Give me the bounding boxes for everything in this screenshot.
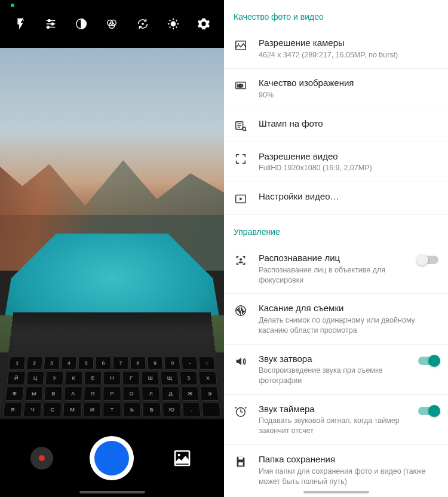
setting-title: Распознавание лиц [259,252,407,264]
setting-subtitle: 90% [259,90,438,100]
face-icon [234,253,248,268]
keyboard-key: Б [142,403,161,418]
keyboard-key: П [84,386,102,401]
setting-title: Звук затвора [259,353,407,365]
keyboard-key: О [122,386,140,401]
keyboard-key: Ш [142,372,159,385]
setting-touch-capture[interactable]: Касание для съемки Делать снимок по один… [224,294,448,344]
keyboard-key: 3 [43,357,60,370]
keyboard-key: 2 [26,357,42,370]
save-icon [234,455,248,469]
setting-video-resolution[interactable]: Разрешение видео FullHD 1920x1080 (16:9,… [224,142,448,182]
keyboard-key: Т [103,403,121,418]
keyboard-key: К [65,372,82,385]
gallery-button[interactable] [170,446,194,470]
settings-scroll[interactable]: Качество фото и видео Разрешение камеры … [224,0,448,497]
keyboard-key: 6 [96,357,111,370]
keyboard-key: В [44,386,63,401]
setting-subtitle: Подавать звуковой сигнал, когда таймер з… [259,416,407,436]
toggle-shutter-sound[interactable] [418,357,438,365]
keyboard-key: 1 [8,357,26,370]
viewfinder-scene-keyboard: 1234567890-=ЙЦУКЕНГШЩЗХФЫВАПРОЛДЖЭЯЧСМИТ… [0,312,224,419]
svg-text:A: A [21,17,24,22]
sound-icon [234,354,248,369]
keyboard-key: Х [198,372,217,385]
keyboard-key: Я [2,403,22,418]
setting-shutter-sound[interactable]: Звук затвора Воспроизведение звука при с… [224,345,448,395]
keyboard-key: Л [142,386,161,401]
play-icon [234,192,248,206]
shutter-button[interactable] [90,436,134,480]
filter-circles-icon[interactable] [101,13,122,35]
record-button[interactable] [30,447,53,470]
keyboard-key: 7 [113,357,128,370]
keyboard-key: А [64,386,82,401]
keyboard-key: Ю [162,403,181,418]
keyboard-key: Ф [5,386,24,401]
keyboard-key: И [83,403,102,418]
camera-settings-screen: Качество фото и видео Разрешение камеры … [224,0,448,497]
keyboard-key: З [179,372,198,385]
keyboard-key: 4 [61,357,77,370]
nav-gesture-bar[interactable] [303,491,369,493]
keyboard-key: Г [122,372,140,385]
expand-icon [234,152,248,166]
keyboard-key [201,403,221,418]
svg-line-19 [170,27,171,28]
svg-line-18 [176,27,177,28]
setting-camera-resolution[interactable]: Разрешение камеры 4624 x 3472 (289:217, … [224,29,448,69]
svg-point-2 [48,20,50,22]
keyboard-key: . [182,403,201,418]
keyboard-key: Щ [160,372,179,385]
brightness-icon[interactable] [162,13,184,35]
svg-rect-39 [238,457,243,460]
record-dot-icon [39,455,45,461]
keyboard-key: С [43,403,62,418]
camera-viewfinder[interactable]: 1234567890-=ЙЦУКЕНГШЩЗХФЫВАПРОЛДЖЭЯЧСМИТ… [0,48,224,419]
toggle-timer-sound[interactable] [418,407,438,415]
stamp-icon [234,119,248,133]
setting-title: Настройки видео… [259,191,438,203]
toggle-face-detection[interactable] [418,256,438,264]
switch-camera-icon[interactable] [132,13,154,35]
sliders-icon[interactable] [40,13,62,35]
svg-point-22 [177,454,180,456]
setting-subtitle: Распознавание лиц в объективе для фокуси… [259,265,407,286]
setting-timer-sound[interactable]: Звук таймера Подавать звуковой сигнал, к… [224,395,448,445]
setting-subtitle: FullHD 1920x1080 (16:9, 2,07MP) [259,163,438,173]
keyboard-key: 0 [164,357,181,370]
setting-video-settings[interactable]: Настройки видео… [224,182,448,215]
keyboard-key: Й [7,372,26,385]
contrast-icon[interactable] [70,13,92,35]
setting-title: Папка сохранения [259,453,438,465]
setting-subtitle: Воспроизведение звука при съемке фотогра… [259,366,407,386]
setting-photo-stamp[interactable]: Штамп на фото [224,109,448,142]
keyboard-key: Ц [26,372,44,385]
gear-icon[interactable] [193,13,214,35]
setting-image-quality[interactable]: HD Качество изображения 90% [224,69,448,109]
flash-icon[interactable]: A [10,13,31,35]
svg-rect-40 [238,462,243,466]
keyboard-key: Э [200,386,219,401]
svg-rect-23 [236,41,246,50]
svg-line-20 [176,20,177,22]
svg-line-17 [170,20,171,22]
svg-point-6 [47,26,50,29]
nav-gesture-bar[interactable] [79,491,145,493]
setting-title: Штамп на фото [259,118,438,130]
setting-subtitle: 4624 x 3472 (289:217, 16,05MP, no burst) [259,50,438,60]
svg-point-24 [238,43,239,44]
keyboard-key: 8 [130,357,146,370]
setting-face-detection[interactable]: Распознавание лиц Распознавание лиц в об… [224,244,448,294]
keyboard-key: У [45,372,64,385]
keyboard-key: = [198,357,216,370]
setting-subtitle: Делать снимок по одинарному или двойному… [259,315,438,336]
keyboard-key: Ч [23,403,42,418]
setting-title: Разрешение видео [259,151,438,162]
aperture-icon [234,303,248,318]
keyboard-key: Ы [24,386,44,401]
keyboard-key: - [182,357,198,370]
setting-save-folder[interactable]: Папка сохранения Имя папки для сохранени… [224,445,448,495]
keyboard-key: Ь [122,403,141,418]
setting-title: Качество изображения [259,77,438,89]
